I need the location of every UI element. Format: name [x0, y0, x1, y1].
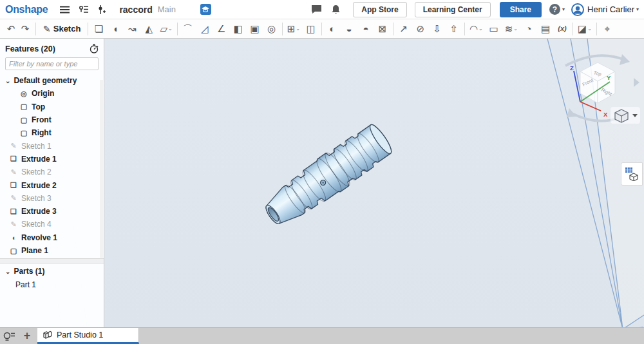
add-tab-button[interactable]: + — [18, 328, 36, 344]
feature-item-sketch-3[interactable]: ✎Sketch 3 — [0, 192, 104, 205]
chamfer-button[interactable]: ◿ — [198, 21, 212, 37]
help-icon[interactable]: ? — [549, 4, 560, 15]
thicken-button[interactable]: ▱⌄ — [158, 21, 173, 37]
app-store-button[interactable]: App Store — [353, 2, 406, 17]
part-label: Part 1 — [15, 280, 36, 289]
fillet-icon: ⌒ — [183, 24, 193, 33]
redo-button[interactable]: ↷ — [18, 21, 32, 37]
feature-item-sketch-1[interactable]: ✎Sketch 1 — [0, 139, 104, 152]
view-options-button[interactable] — [611, 107, 640, 124]
plane-icon: ▢ — [9, 247, 18, 255]
hole-button[interactable]: ◎ — [265, 21, 279, 37]
feature-label: Sketch 1 — [21, 142, 52, 151]
avatar[interactable] — [571, 3, 584, 16]
feature-item-sketch-2[interactable]: ✎Sketch 2 — [0, 166, 104, 178]
feature-tree: ⌄Default geometry◎Origin▢Top▢Front▢Right… — [0, 74, 104, 257]
toolbar-group: ⌒◿∠◧▣◎ — [181, 21, 279, 37]
feature-item-plane-1[interactable]: ▢Plane 1 — [0, 244, 104, 257]
manage-tabs-search-icon[interactable] — [0, 328, 18, 344]
mirror-icon: ◫ — [307, 24, 316, 33]
feature-item-extrude-2[interactable]: ❏Extrude 2 — [0, 178, 104, 191]
configurations-flyout-button[interactable] — [621, 162, 643, 186]
share-button[interactable]: Share — [500, 2, 542, 17]
plane-button[interactable]: ▭ — [487, 21, 501, 37]
chevron-down-icon[interactable]: ⌄ — [5, 268, 10, 275]
feature-item-default-geometry[interactable]: ⌄Default geometry — [0, 74, 104, 87]
feature-item-extrude-1[interactable]: ❏Extrude 1 — [0, 153, 104, 166]
mirror-button[interactable]: ◫ — [304, 21, 318, 37]
create-version-icon[interactable] — [98, 5, 106, 14]
sheet-metal-icon: ▤ — [541, 24, 550, 33]
sketch-icon: ✎ — [43, 24, 51, 34]
shell-button[interactable]: ▣ — [248, 21, 262, 37]
loft-button[interactable]: ◭ — [142, 21, 156, 37]
axis-x-label: X — [603, 111, 608, 118]
learning-center-button[interactable]: Learning Center — [415, 2, 491, 17]
user-menu[interactable]: Henri Carlier ▾ — [571, 3, 639, 16]
toolbar-group: ↗⊘⇩⇧ — [397, 21, 461, 37]
feature-label: Top — [32, 102, 45, 111]
extrude-icon: ❏ — [9, 207, 18, 216]
filter-input[interactable] — [5, 57, 99, 70]
chevron-down-icon[interactable]: ⌄ — [5, 77, 10, 84]
toolbar-group: ⊞⌄◫ — [286, 21, 318, 37]
chevron-down-icon: ▾ — [562, 6, 565, 12]
move-face-button[interactable]: ↗ — [397, 21, 411, 37]
delete-part-button[interactable]: ⊠ — [375, 21, 390, 37]
named-views-icon: ◪ — [578, 24, 587, 33]
boolean-button[interactable]: ◐ — [325, 21, 339, 37]
composite-curve-icon: ◔ — [526, 24, 531, 33]
extrude-button[interactable]: ❏ — [91, 21, 106, 37]
undo-button[interactable]: ↶ — [4, 21, 18, 37]
feature-item-top[interactable]: ▢Top — [0, 100, 104, 113]
notifications-icon[interactable] — [331, 5, 341, 15]
feature-item-extrude-3[interactable]: ❏Extrude 3 — [0, 205, 104, 218]
toolbar-group: ◐◒◓⊠ — [325, 21, 390, 37]
sweep-button[interactable]: ↝ — [125, 21, 139, 37]
composite-curve-button[interactable]: ◔ — [522, 21, 536, 37]
isolate-button[interactable]: ⌖ — [600, 21, 614, 37]
regenerate-timer-icon[interactable] — [90, 44, 99, 53]
workspace-name[interactable]: Main — [158, 5, 176, 14]
intersect-button[interactable]: ◓ — [359, 21, 373, 37]
tab-part-studio-1[interactable]: Part Studio 1 — [37, 328, 139, 344]
export-button[interactable]: ⇧ — [447, 21, 461, 37]
sketch-button[interactable]: ✎ Sketch — [39, 21, 84, 37]
plane-icon: ▭ — [489, 24, 498, 33]
parts-section-header[interactable]: ⌄Parts (1) — [0, 265, 104, 278]
panel-scrollbar[interactable] — [100, 80, 103, 258]
hamburger-menu-icon[interactable] — [60, 6, 70, 14]
feature-item-front[interactable]: ▢Front — [0, 113, 104, 126]
sheet-metal-button[interactable]: ▤ — [538, 21, 553, 37]
onshape-logo[interactable]: Onshape — [5, 4, 48, 15]
versions-history-icon[interactable] — [79, 5, 89, 14]
variable-button[interactable]: (x) — [555, 21, 569, 37]
help-menu[interactable]: ? ▾ — [549, 4, 565, 15]
part-item-part-1[interactable]: Part 1 — [0, 278, 104, 291]
panel-split-handle[interactable] — [0, 258, 104, 263]
export-icon: ⇧ — [450, 24, 459, 33]
feature-item-sketch-4[interactable]: ✎Sketch 4 — [0, 218, 104, 231]
learn-badge-icon[interactable] — [200, 4, 211, 15]
delete-face-button[interactable]: ⊘ — [413, 21, 428, 37]
rib-button[interactable]: ◧ — [231, 21, 245, 37]
variable-icon: (x) — [558, 25, 566, 32]
feature-item-revolve-1[interactable]: ◖Revolve 1 — [0, 231, 104, 244]
feature-label: Front — [32, 115, 52, 124]
shell-icon: ▣ — [251, 24, 260, 33]
linear-pattern-button[interactable]: ⊞⌄ — [286, 21, 301, 37]
comments-icon[interactable] — [311, 5, 322, 14]
document-title[interactable]: raccord — [119, 5, 152, 15]
draft-button[interactable]: ∠ — [214, 21, 229, 37]
split-button[interactable]: ◒ — [342, 21, 356, 37]
feature-item-origin[interactable]: ◎Origin — [0, 87, 104, 100]
helix-button[interactable]: ≋⌄ — [504, 21, 519, 37]
revolve-button[interactable]: ◖ — [108, 21, 122, 37]
parts-list: ⌄Parts (1)Part 1 — [0, 263, 104, 291]
fillet-button[interactable]: ⌒ — [181, 21, 195, 37]
feature-item-right[interactable]: ▢Right — [0, 126, 104, 139]
import-button[interactable]: ⇩ — [430, 21, 444, 37]
feature-label: Sketch 2 — [21, 167, 52, 177]
offset-surface-button[interactable]: ◠⌄ — [468, 21, 484, 37]
named-views-button[interactable]: ◪⌄ — [576, 21, 593, 37]
